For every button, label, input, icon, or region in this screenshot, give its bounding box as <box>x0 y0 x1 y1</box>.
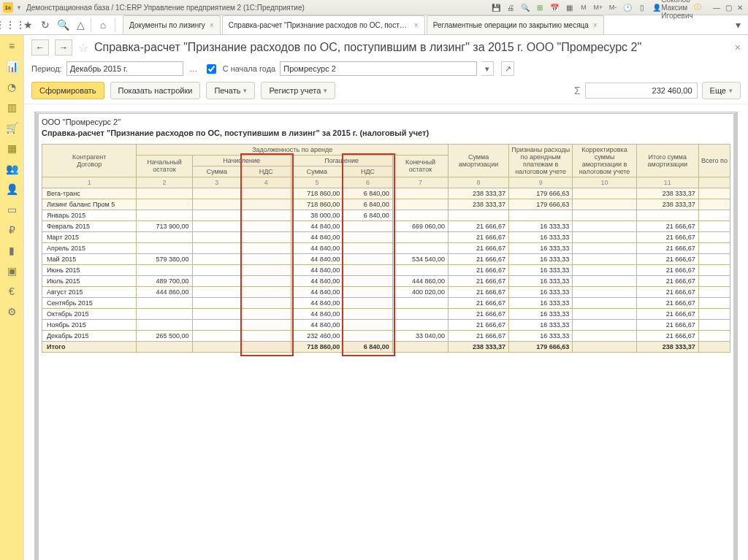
tab-leasing-docs[interactable]: Документы по лизингу× <box>123 15 221 34</box>
more-button[interactable]: Еще▾ <box>702 82 741 99</box>
bell-icon[interactable]: △ <box>73 18 88 32</box>
search-icon[interactable]: 🔍 <box>520 2 530 12</box>
nav-back-button[interactable]: ← <box>31 39 49 55</box>
card-icon[interactable]: ▭ <box>5 203 18 216</box>
m-minus2-icon[interactable]: M- <box>608 2 618 12</box>
tabs-dropdown-icon[interactable]: ▾ <box>730 18 745 32</box>
close-document-icon[interactable]: × <box>735 42 741 53</box>
clock-icon[interactable]: 🕐 <box>622 2 633 12</box>
window-titlebar: 1c ▼ Демонстрационная база / 1С:ERP Упра… <box>0 0 748 15</box>
m-minus-icon[interactable]: M <box>579 2 589 12</box>
from-year-start-checkbox[interactable] <box>207 64 216 74</box>
book-icon[interactable]: ▯ <box>637 2 647 12</box>
building-icon[interactable]: ▦ <box>5 142 18 155</box>
box-icon[interactable]: ▥ <box>5 101 18 114</box>
total-field: 232 460,00 <box>585 83 698 99</box>
calc-icon[interactable]: ⊞ <box>535 2 545 12</box>
apps-icon[interactable]: ⋮⋮⋮ <box>3 18 18 32</box>
gear-icon[interactable]: ⚙ <box>5 305 18 318</box>
minimize-button[interactable]: — <box>711 2 722 12</box>
ruble-icon[interactable]: ₽ <box>5 223 18 237</box>
print-button[interactable]: Печать▾ <box>206 82 255 99</box>
window-title: Демонстрационная база / 1С:ERP Управлени… <box>26 4 305 12</box>
organization-field[interactable]: Промресурс 2 <box>280 61 477 76</box>
history-icon[interactable]: ↻ <box>38 18 53 32</box>
report-area: ООО "Промресурс 2" Справка-расчет "Призн… <box>24 104 748 560</box>
toolbar: ⋮⋮⋮ ★ ↻ 🔍 △ ⌂ Документы по лизингу× Спра… <box>0 15 748 35</box>
show-settings-button[interactable]: Показать настройки <box>110 82 201 99</box>
period-field[interactable]: Декабрь 2015 г. <box>66 61 183 76</box>
info-icon[interactable]: ⓘ <box>692 2 703 12</box>
stats-icon[interactable]: ▮ <box>5 244 18 257</box>
register-button[interactable]: Регистр учета▾ <box>261 82 335 99</box>
report-table: КонтрагентДоговорЗадолженность по аренде… <box>42 144 730 353</box>
cart-icon[interactable]: 🛒 <box>5 121 18 134</box>
star-icon[interactable]: ★ <box>20 18 35 32</box>
close-tab-icon[interactable]: × <box>593 21 598 29</box>
close-window-button[interactable]: ✕ <box>735 2 745 12</box>
folder-icon[interactable]: ▣ <box>5 264 18 277</box>
m-plus-icon[interactable]: M+ <box>593 2 603 12</box>
document-tabs: Документы по лизингу× Справка-расчет "Пр… <box>123 15 728 34</box>
user-icon: 👤 <box>652 2 662 12</box>
person-icon[interactable]: 👤 <box>5 183 18 196</box>
app-logo-icon: 1c <box>3 2 13 12</box>
search-toolbar-icon[interactable]: 🔍 <box>56 18 70 32</box>
grid-icon[interactable]: ▦ <box>564 2 574 12</box>
maximize-button[interactable]: ▢ <box>723 2 733 12</box>
people-icon[interactable]: 👥 <box>5 162 18 175</box>
chart-icon[interactable]: 📊 <box>5 60 18 73</box>
tab-report[interactable]: Справка-расчет "Признание расходов по ОС… <box>222 15 425 34</box>
report-header: ООО "Промресурс 2" Справка-расчет "Призн… <box>42 117 730 139</box>
menu-icon[interactable]: ≡ <box>5 39 18 53</box>
section-sidebar: ≡ 📊 ◔ ▥ 🛒 ▦ 👥 👤 ▭ ₽ ▮ ▣ € ⚙ <box>0 35 24 560</box>
org-picker-icon[interactable]: ▾ <box>481 61 494 76</box>
user-name[interactable]: Соколов Максим Игоревич <box>672 2 682 12</box>
close-tab-icon[interactable]: × <box>210 21 214 29</box>
print-icon[interactable]: 🖨 <box>505 2 516 12</box>
form-button[interactable]: Сформировать <box>31 82 104 99</box>
document-title: Справка-расчет "Признание расходов по ОС… <box>94 41 641 54</box>
favorite-star-icon[interactable]: ☆ <box>78 41 88 55</box>
period-label: Период: <box>31 64 62 73</box>
nav-fwd-button[interactable]: → <box>55 39 72 55</box>
org-open-icon[interactable]: ↗ <box>501 61 514 76</box>
period-picker-icon[interactable]: … <box>188 64 199 73</box>
dropdown-icon[interactable]: ▼ <box>16 4 22 11</box>
pie-icon[interactable]: ◔ <box>5 80 18 93</box>
home-icon[interactable]: ⌂ <box>91 18 115 32</box>
close-tab-icon[interactable]: × <box>414 21 419 29</box>
save-icon[interactable]: 💾 <box>491 2 501 12</box>
calendar-icon[interactable]: 📅 <box>549 2 560 12</box>
euro-icon[interactable]: € <box>5 285 18 298</box>
from-year-start-label: С начала года <box>223 64 276 73</box>
tab-closing-ops[interactable]: Регламентные операции по закрытию месяца… <box>427 15 604 34</box>
sigma-icon[interactable]: Σ <box>574 85 581 96</box>
